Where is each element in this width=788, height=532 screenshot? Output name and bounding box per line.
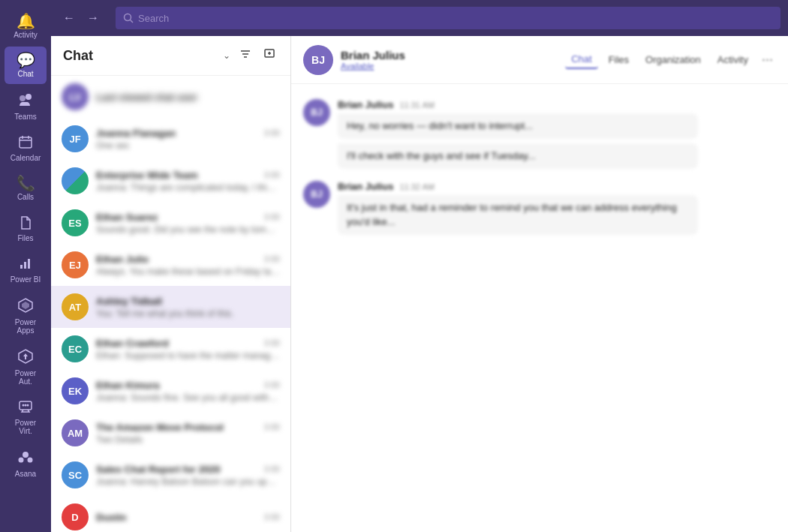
avatar: AM xyxy=(62,419,89,446)
svg-marker-10 xyxy=(22,302,29,309)
sidebar: 🔔 Activity 💬 Chat Teams Calendar 📞 xyxy=(0,0,51,532)
avatar: SC xyxy=(62,461,89,488)
files-icon xyxy=(18,215,33,232)
chat-item-content: Joanna Flanagan 3:00 One sec xyxy=(96,128,280,151)
chat-icon: 💬 xyxy=(17,53,35,68)
message-group: BJ Brian Julius 11:31 AM Hey, no worries… xyxy=(303,99,776,169)
list-item[interactable]: AM The Amazon Move Protocol 3:00 Two Det… xyxy=(51,412,290,454)
chat-item-content: Sales Chat Report for 2020 3:00 Joanna: … xyxy=(96,464,280,487)
back-button[interactable]: ← xyxy=(59,8,80,28)
chat-header-info: Brian Julius Available xyxy=(341,49,558,71)
sidebar-item-powerapps[interactable]: Power Apps xyxy=(5,291,47,341)
chat-item-preview: Two Details xyxy=(96,434,280,445)
content-row: Chat ⌄ xyxy=(51,36,788,532)
topbar-nav: ← → xyxy=(59,8,104,28)
message-group: BJ Brian Julius 11:32 AM It's just in th… xyxy=(303,181,776,234)
svg-point-14 xyxy=(25,404,27,407)
message-avatar: BJ xyxy=(303,181,330,208)
chat-item-preview: Joanna: Sounds fine. See you all good wi… xyxy=(96,392,280,403)
message-time: 11:32 AM xyxy=(399,182,434,191)
contact-avatar: BJ xyxy=(303,45,333,75)
message-meta: Brian Julius 11:31 AM xyxy=(338,99,776,110)
search-input[interactable] xyxy=(138,13,773,24)
list-item[interactable]: EK Ethan Kimura 3:00 Joanna: Sounds fine… xyxy=(51,370,290,412)
sidebar-item-calendar[interactable]: Calendar xyxy=(5,128,47,168)
chat-item-name: Dustin xyxy=(96,512,126,523)
search-bar[interactable] xyxy=(116,7,780,29)
filter-button[interactable] xyxy=(236,45,254,66)
chat-list: LV Last viewed chat user JF Joanna Flana… xyxy=(51,76,290,532)
chat-item-preview: Joanna: Harvey Batson Batson can you upd… xyxy=(96,476,280,487)
svg-point-1 xyxy=(20,95,26,101)
svg-rect-6 xyxy=(20,265,23,269)
message-bubble: I'll check with the guys and see if Tues… xyxy=(338,143,698,169)
list-item[interactable]: EJ Ethan Julio 3:00 Always. You make the… xyxy=(51,244,290,286)
list-item[interactable]: D Dustin 3:00 xyxy=(51,496,290,532)
chevron-down-icon[interactable]: ⌄ xyxy=(223,50,230,61)
list-item[interactable]: EC Ethan Crawford 3:00 Ethan: Supposed t… xyxy=(51,328,290,370)
chat-item-name: Sales Chat Report for 2020 xyxy=(96,464,220,475)
chat-item-time: 3:00 xyxy=(264,422,280,431)
sidebar-item-teams[interactable]: Teams xyxy=(5,86,47,127)
chat-item-content: Ethan Crawford 3:00 Ethan: Supposed to h… xyxy=(96,338,280,361)
list-item[interactable]: ES Ethan Suarez 3:00 Sounds good. Did yo… xyxy=(51,202,290,244)
chat-item-time: 3:00 xyxy=(264,212,280,221)
list-item[interactable]: Enterprise Wide Team 3:00 Joanna: Things… xyxy=(51,160,290,202)
sidebar-item-chat[interactable]: 💬 Chat xyxy=(5,47,47,84)
svg-point-16 xyxy=(23,452,29,458)
sidebar-item-powervirtual[interactable]: Power Virt. xyxy=(5,393,47,441)
list-item[interactable]: SC Sales Chat Report for 2020 3:00 Joann… xyxy=(51,454,290,496)
avatar: JF xyxy=(62,125,89,152)
more-options-icon[interactable]: ··· xyxy=(759,49,776,71)
topbar: ← → xyxy=(51,0,788,36)
tab-activity[interactable]: Activity xyxy=(711,51,754,68)
chat-item-name: Ethan Julio xyxy=(96,254,149,265)
chat-item-name: Last viewed chat user xyxy=(96,92,197,103)
chat-item-time: 3:00 xyxy=(264,512,280,521)
sidebar-item-powerautomate[interactable]: Power Aut. xyxy=(5,342,47,392)
sidebar-item-label: Teams xyxy=(14,113,36,121)
chat-item-time: 3:00 xyxy=(264,128,280,137)
tab-chat[interactable]: Chat xyxy=(565,50,597,69)
sidebar-item-activity[interactable]: 🔔 Activity xyxy=(5,8,47,45)
sidebar-item-label: Calls xyxy=(17,193,34,201)
svg-point-19 xyxy=(125,14,131,21)
chat-item-content: The Amazon Move Protocol 3:00 Two Detail… xyxy=(96,422,280,445)
chat-item-preview: One sec xyxy=(96,140,280,151)
chat-item-time: 3:00 xyxy=(264,464,280,473)
chat-item-content: Dustin 3:00 xyxy=(96,512,280,523)
chat-item-content: Ashley Tidball You: Tell me what you thi… xyxy=(96,296,280,319)
sidebar-item-label: Power BI xyxy=(11,275,41,284)
tab-files[interactable]: Files xyxy=(603,51,635,68)
message-meta: Brian Julius 11:32 AM xyxy=(338,181,776,192)
chat-item-name: Ethan Kimura xyxy=(96,380,160,391)
message-bubble: It's just in that, had a reminder to rem… xyxy=(338,195,698,234)
avatar: D xyxy=(62,503,89,530)
tab-organization[interactable]: Organization xyxy=(639,51,707,68)
list-item[interactable]: JF Joanna Flanagan 3:00 One sec xyxy=(51,118,290,160)
chat-item-name: Ethan Crawford xyxy=(96,338,169,349)
list-item[interactable]: AT Ashley Tidball You: Tell me what you … xyxy=(51,286,290,328)
sidebar-item-asana[interactable]: Asana xyxy=(5,443,47,484)
powerapps-icon xyxy=(17,297,34,316)
main-area: ← → Chat ⌄ xyxy=(51,0,788,532)
powerbi-icon xyxy=(18,256,33,273)
list-item[interactable]: LV Last viewed chat user xyxy=(51,76,290,118)
chat-item-time: 3:00 xyxy=(264,170,280,179)
powerautomate-icon xyxy=(17,348,34,367)
sidebar-item-files[interactable]: Files xyxy=(5,209,47,248)
sidebar-item-powerbi[interactable]: Power BI xyxy=(5,250,47,290)
sidebar-item-calls[interactable]: 📞 Calls xyxy=(5,170,47,207)
chat-item-content: Ethan Julio 3:00 Always. You make these … xyxy=(96,254,280,277)
contact-status[interactable]: Available xyxy=(341,62,558,71)
avatar: EK xyxy=(62,377,89,404)
forward-button[interactable]: → xyxy=(83,8,104,28)
avatar xyxy=(62,167,89,194)
sidebar-item-label: Calendar xyxy=(11,154,41,162)
powervirtual-icon xyxy=(18,399,33,416)
chat-item-preview: Sounds good. Did you see the note by tom… xyxy=(96,224,280,235)
chat-item-time: 3:00 xyxy=(264,254,280,263)
sidebar-item-label: Power Virt. xyxy=(9,419,42,435)
new-chat-button[interactable] xyxy=(260,45,278,66)
sidebar-item-label: Power Aut. xyxy=(9,369,42,386)
